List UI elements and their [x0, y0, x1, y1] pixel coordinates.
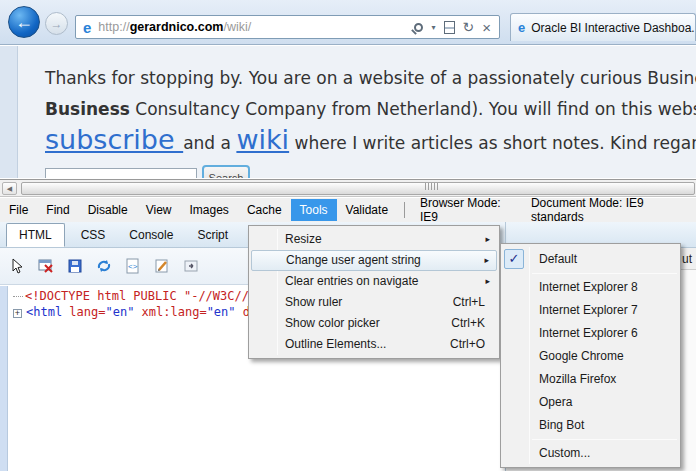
menu-cache[interactable]: Cache — [238, 199, 291, 221]
submenu-arrow-icon: ▸ — [485, 271, 490, 292]
menu-item-clear-entries-on-navigate[interactable]: Clear entries on navigate ▸ — [249, 271, 499, 292]
user-agent-submenu: ✓ Default Internet Explorer 8 Internet E… — [500, 243, 681, 468]
search-icon[interactable] — [414, 23, 423, 32]
compatibility-view-icon[interactable] — [444, 21, 455, 34]
tab-console[interactable]: Console — [117, 223, 185, 247]
submenu-item-internet-explorer-8[interactable]: Internet Explorer 8 — [501, 276, 680, 299]
element-view-icon[interactable] — [182, 257, 200, 275]
submenu-item-google-chrome[interactable]: Google Chrome — [501, 345, 680, 368]
tree-connector — [13, 296, 23, 297]
page-content: Thanks for stopping by. You are on a web… — [0, 46, 696, 178]
save-icon[interactable] — [66, 257, 84, 275]
forward-arrow-icon: → — [51, 17, 63, 31]
select-element-icon[interactable] — [8, 257, 26, 275]
expand-icon[interactable]: + — [13, 309, 22, 318]
submenu-item-custom[interactable]: Custom... — [501, 442, 680, 465]
menubar-divider — [404, 202, 405, 218]
subscribe-link[interactable]: subscribe — [45, 124, 183, 155]
shortcut-label: Ctrl+L — [453, 292, 485, 313]
svg-text:<>: <> — [128, 262, 138, 271]
menu-file[interactable]: File — [0, 199, 37, 221]
menu-disable[interactable]: Disable — [79, 199, 137, 221]
menu-images[interactable]: Images — [181, 199, 238, 221]
page-search-input[interactable] — [45, 168, 197, 178]
refresh-icon[interactable]: ↻ — [463, 19, 475, 35]
submenu-arrow-icon: ▸ — [484, 251, 489, 270]
devtools-menubar: File Find Disable View Images Cache Tool… — [0, 198, 696, 222]
back-button[interactable]: ← — [8, 6, 40, 38]
clear-browser-cache-icon[interactable] — [37, 257, 55, 275]
tab-css[interactable]: CSS — [69, 223, 118, 247]
url-text: http://gerardnico.com/wiki/ — [98, 20, 251, 34]
tab-html[interactable]: HTML — [6, 223, 65, 247]
tab-title: Oracle BI Interactive Dashboa... — [531, 21, 696, 35]
submenu-item-default[interactable]: ✓ Default — [501, 247, 680, 271]
menu-view[interactable]: View — [137, 199, 181, 221]
submenu-item-internet-explorer-6[interactable]: Internet Explorer 6 — [501, 322, 680, 345]
menu-validate[interactable]: Validate — [337, 199, 397, 221]
tab-script[interactable]: Script — [185, 223, 240, 247]
tree-row-doctype[interactable]: <!DOCTYPE html PUBLIC "-//W3C// — [13, 289, 249, 304]
submenu-item-mozilla-firefox[interactable]: Mozilla Firefox — [501, 368, 680, 391]
scroll-left-button[interactable]: ◀ — [2, 182, 17, 195]
shortcut-label: Ctrl+O — [450, 334, 485, 355]
right-pane-tab-fragment[interactable]: ut — [682, 252, 692, 266]
menu-separator — [532, 439, 677, 440]
browser-tab[interactable]: e Oracle BI Interactive Dashboa... — [510, 13, 696, 41]
submenu-item-internet-explorer-7[interactable]: Internet Explorer 7 — [501, 299, 680, 322]
menu-item-outline-elements[interactable]: Outline Elements... Ctrl+O — [249, 334, 499, 355]
checkmark-icon: ✓ — [504, 249, 524, 269]
back-arrow-icon: ← — [15, 12, 33, 33]
shortcut-label: Ctrl+K — [451, 313, 485, 334]
menu-find[interactable]: Find — [37, 199, 78, 221]
browser-chrome: ← → e http://gerardnico.com/wiki/ ▾ ↻ × … — [0, 0, 696, 45]
address-bar-icons: ▾ ↻ × — [414, 19, 499, 35]
submenu-item-bing-bot[interactable]: Bing Bot — [501, 414, 680, 437]
menu-separator — [532, 273, 677, 274]
menu-item-change-user-agent-string[interactable]: Change user agent string ▸ — [251, 250, 497, 271]
submenu-arrow-icon: ▸ — [485, 229, 490, 250]
menu-tools[interactable]: Tools — [291, 199, 337, 221]
tree-row-html[interactable]: +<html lang="en" xml:lang="en" d — [13, 305, 250, 320]
refresh-dom-icon[interactable] — [95, 257, 113, 275]
ie-favicon: e — [83, 19, 91, 36]
address-bar[interactable]: e http://gerardnico.com/wiki/ ▾ ↻ × — [75, 15, 500, 39]
page-search-button[interactable]: Search — [202, 165, 250, 178]
wiki-link[interactable]: wiki — [236, 124, 289, 155]
view-source-icon[interactable]: <> — [124, 257, 142, 275]
code-left-strip — [0, 286, 8, 471]
page-paragraph-1: Thanks for stopping by. You are on a web… — [45, 68, 696, 88]
chevron-down-icon[interactable]: ▾ — [431, 23, 435, 32]
page-paragraph-2: Business Consultancy Company from Nether… — [45, 99, 696, 119]
page-paragraph-3: subscribe and a wiki where I write artic… — [45, 124, 696, 155]
tools-dropdown-menu: Resize ▸ Change user agent string ▸ Clea… — [248, 225, 500, 359]
page-left-margin — [0, 46, 18, 178]
submenu-item-opera[interactable]: Opera — [501, 391, 680, 414]
menu-item-show-color-picker[interactable]: Show color picker Ctrl+K — [249, 313, 499, 334]
tab-favicon: e — [518, 20, 525, 35]
stop-icon[interactable]: × — [482, 21, 491, 34]
edit-icon[interactable] — [153, 257, 171, 275]
menu-item-resize[interactable]: Resize ▸ — [249, 229, 499, 250]
menu-item-show-ruler[interactable]: Show ruler Ctrl+L — [249, 292, 499, 313]
scrollbar-grip — [425, 183, 438, 190]
forward-button[interactable]: → — [45, 12, 68, 35]
browser-window: ← → e http://gerardnico.com/wiki/ ▾ ↻ × … — [0, 0, 696, 471]
